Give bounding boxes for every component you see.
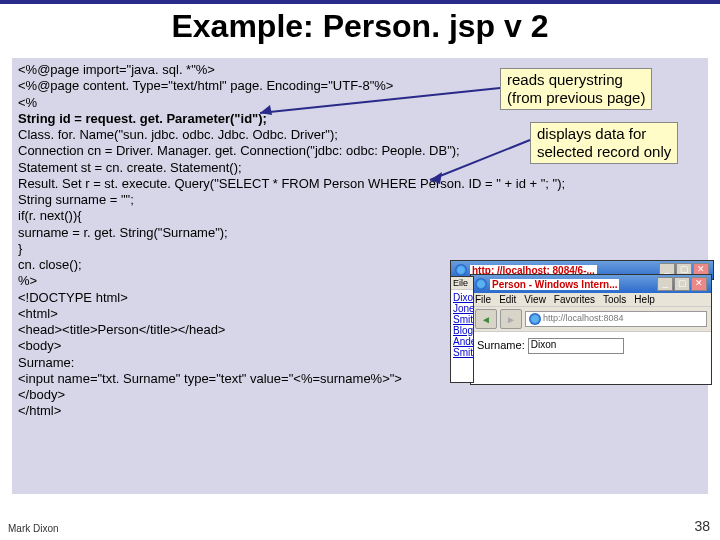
code-line: String surname = ""; <box>18 192 702 208</box>
ie-icon <box>455 264 467 276</box>
menu-file[interactable]: File <box>475 294 491 305</box>
surname-label: Surname: <box>477 339 525 351</box>
back-button[interactable]: ◄ <box>475 309 497 329</box>
list-item[interactable]: Smith <box>453 314 471 325</box>
toolbar: ◄ ► http://localhost:8084 <box>471 307 711 332</box>
close-button[interactable]: ✕ <box>691 277 707 291</box>
browser-window-2: Person - Windows Intern... _ ▢ ✕ File Ed… <box>470 274 712 385</box>
surname-input[interactable]: Dixon <box>528 338 624 354</box>
code-line: if(r. next()){ <box>18 208 702 224</box>
code-line: </html> <box>18 403 702 419</box>
code-line: Result. Set r = st. execute. Query("SELE… <box>18 176 702 192</box>
page-content: Surname: Dixon <box>471 332 711 384</box>
browser-window-1-body: Eile Dixon Jones Smith Bloggs Anderso Sm… <box>450 276 474 383</box>
menu-help[interactable]: Help <box>634 294 655 305</box>
maximize-button[interactable]: ▢ <box>674 277 690 291</box>
list-item[interactable]: Smith <box>453 347 471 358</box>
ie-icon <box>475 278 487 290</box>
menu-view[interactable]: View <box>524 294 546 305</box>
menu-favorites[interactable]: Favorites <box>554 294 595 305</box>
page-title: Example: Person. jsp v 2 <box>171 8 548 44</box>
list-item[interactable]: Jones <box>453 303 471 314</box>
footer-page: 38 <box>694 518 710 534</box>
menu-file[interactable]: Eile <box>453 278 468 288</box>
list-item[interactable]: Anderso <box>453 336 471 347</box>
footer-author: Mark Dixon <box>8 523 59 534</box>
list-item[interactable]: Dixon <box>453 292 471 303</box>
annotation-querystring: reads querystring(from previous page) <box>500 68 652 110</box>
forward-button[interactable]: ► <box>500 309 522 329</box>
annotation-displays: displays data forselected record only <box>530 122 678 164</box>
menu-tools[interactable]: Tools <box>603 294 626 305</box>
menubar: File Edit View Favorites Tools Help <box>471 293 711 307</box>
menu-edit[interactable]: Edit <box>499 294 516 305</box>
window-title: Person - Windows Intern... <box>490 279 619 290</box>
address-bar[interactable]: http://localhost:8084 <box>525 311 707 327</box>
list-area: Dixon Jones Smith Bloggs Anderso Smith <box>451 290 473 382</box>
code-line: } <box>18 241 702 257</box>
titlebar: Person - Windows Intern... _ ▢ ✕ <box>471 275 711 293</box>
menubar: Eile <box>451 277 473 290</box>
code-line: surname = r. get. String("Surname"); <box>18 225 702 241</box>
minimize-button[interactable]: _ <box>657 277 673 291</box>
list-item[interactable]: Bloggs <box>453 325 471 336</box>
code-line: </body> <box>18 387 702 403</box>
